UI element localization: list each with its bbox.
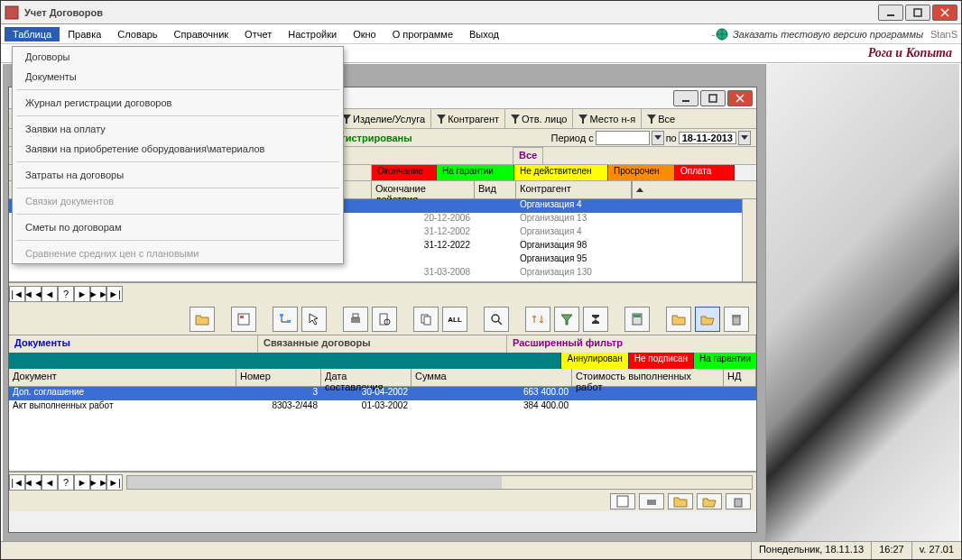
col-date[interactable]: Дата составления bbox=[321, 369, 412, 386]
tab-documents[interactable]: Документы bbox=[9, 335, 258, 353]
dd-zatraty[interactable]: Затраты на договоры bbox=[13, 165, 343, 185]
filter-kontragent[interactable]: Контрагент bbox=[430, 109, 504, 128]
col-document[interactable]: Документ bbox=[9, 369, 236, 386]
menu-exit[interactable]: Выход bbox=[461, 27, 507, 41]
inner-maximize-button[interactable] bbox=[700, 90, 726, 106]
dd-zayavki-priobr[interactable]: Заявки на приобретение оборудования\мате… bbox=[13, 139, 343, 159]
tool-calc[interactable] bbox=[624, 307, 650, 332]
menu-about[interactable]: О программе bbox=[384, 27, 461, 41]
nav-prevpage[interactable]: ◄◄ bbox=[25, 286, 42, 302]
dd-sravnenie: Сравнение средних цен с плановыми bbox=[13, 243, 343, 263]
tool-preview[interactable] bbox=[372, 307, 397, 332]
status-oplata[interactable]: Оплата bbox=[675, 165, 735, 180]
col-okonchanie[interactable]: Окончание действия bbox=[372, 181, 475, 198]
tool-select[interactable] bbox=[301, 307, 327, 332]
col-kontragent[interactable]: Контрагент bbox=[516, 181, 632, 198]
nav-last[interactable]: ►| bbox=[106, 286, 123, 302]
inner-close-button[interactable] bbox=[727, 90, 753, 106]
tool-sum[interactable] bbox=[583, 307, 608, 332]
tool-print[interactable] bbox=[343, 307, 368, 332]
lower-grid[interactable]: Доп. соглашение 3 30-04-2002 663 400.00 … bbox=[9, 387, 756, 472]
filter-otvlitso[interactable]: Отв. лицо bbox=[504, 109, 572, 128]
tool-newfolder[interactable] bbox=[666, 307, 691, 332]
nav-nextpage[interactable]: ►► bbox=[90, 286, 106, 302]
menu-okno[interactable]: Окно bbox=[345, 27, 384, 41]
svg-rect-7 bbox=[709, 95, 717, 102]
lowtool-2[interactable] bbox=[639, 493, 664, 510]
inner-minimize-button[interactable] bbox=[673, 90, 698, 106]
col-nd[interactable]: НД bbox=[724, 369, 756, 386]
funnel-icon bbox=[437, 115, 446, 124]
nav-pos[interactable]: ? bbox=[58, 286, 74, 302]
period-from-dropdown[interactable] bbox=[652, 131, 664, 145]
lowtool-5[interactable] bbox=[726, 493, 751, 510]
status-prosrochen[interactable]: Просрочен bbox=[608, 165, 675, 180]
tool-all[interactable]: ALL bbox=[442, 307, 467, 332]
menu-pravka[interactable]: Правка bbox=[60, 27, 109, 41]
dd-dokumenty[interactable]: Документы bbox=[13, 67, 343, 87]
period-to-dropdown[interactable] bbox=[738, 131, 751, 145]
period-to-value[interactable]: 18-11-2013 bbox=[679, 132, 736, 144]
svg-line-21 bbox=[498, 321, 502, 325]
table-row: 31-03-2008Организация 130 bbox=[9, 267, 756, 280]
tab-linked[interactable]: Связанные договоры bbox=[258, 335, 507, 353]
menu-nastroiki[interactable]: Настройки bbox=[280, 27, 345, 41]
tab-vse[interactable]: Все bbox=[513, 147, 543, 164]
chip-unsigned[interactable]: Не подписан bbox=[628, 353, 693, 369]
tool-search[interactable] bbox=[484, 307, 509, 332]
menu-tablica[interactable]: Таблица bbox=[5, 27, 60, 41]
lowtool-4[interactable] bbox=[697, 493, 722, 510]
minimize-button[interactable] bbox=[878, 5, 903, 21]
page-search-icon bbox=[377, 312, 392, 326]
vertical-scrollbar[interactable] bbox=[742, 199, 756, 281]
close-button[interactable] bbox=[932, 5, 957, 21]
dd-zhurnal[interactable]: Журнал регистрации договоров bbox=[13, 93, 343, 113]
tool-tree[interactable] bbox=[273, 307, 298, 332]
funnel-icon bbox=[511, 115, 520, 124]
filter-mesto[interactable]: Место н-я bbox=[572, 109, 641, 128]
lowtool-3[interactable] bbox=[668, 493, 693, 510]
tab-ext-filter[interactable]: Расширенный фильтр bbox=[507, 335, 756, 353]
col-vid[interactable]: Вид bbox=[475, 181, 516, 198]
trash-icon bbox=[729, 312, 744, 326]
menu-spravochnik[interactable]: Справочник bbox=[166, 27, 237, 41]
nav2-prevpage[interactable]: ◄◄ bbox=[25, 474, 42, 491]
col-sum[interactable]: Сумма bbox=[412, 369, 572, 386]
horizontal-scrollbar[interactable] bbox=[126, 475, 753, 490]
chip-annul[interactable]: Аннулирован bbox=[560, 353, 627, 369]
nav2-last[interactable]: ►| bbox=[106, 474, 123, 491]
col-number[interactable]: Номер bbox=[236, 369, 321, 386]
filter-izdelie[interactable]: Изделие/Услуга bbox=[336, 109, 430, 128]
menu-slovar[interactable]: Словарь bbox=[109, 27, 165, 41]
tool-copy[interactable] bbox=[413, 307, 439, 332]
period-from-input[interactable] bbox=[596, 131, 650, 145]
tool-openfolder[interactable] bbox=[695, 307, 720, 332]
tool-card[interactable] bbox=[231, 307, 256, 332]
lowtool-1[interactable] bbox=[610, 493, 635, 510]
order-trial-link[interactable]: Заказать тестовую версию программы bbox=[715, 27, 923, 41]
status-okonchanie[interactable]: Окончание bbox=[372, 165, 437, 180]
status-time: 16:27 bbox=[871, 542, 911, 559]
card-icon bbox=[236, 312, 251, 326]
nav2-pos[interactable]: ? bbox=[58, 474, 74, 491]
nav2-prev[interactable]: ◄ bbox=[42, 474, 58, 491]
tool-sort[interactable] bbox=[525, 307, 550, 332]
scroll-up-button[interactable] bbox=[632, 181, 646, 198]
dd-smety[interactable]: Сметы по договорам bbox=[13, 217, 343, 237]
nav-prev[interactable]: ◄ bbox=[42, 286, 58, 302]
filter-vse[interactable]: Все bbox=[641, 109, 680, 128]
status-nedeistv[interactable]: Не действителен bbox=[514, 165, 608, 180]
dd-zayavki-oplata[interactable]: Заявки на оплату bbox=[13, 119, 343, 139]
tool-filter[interactable] bbox=[554, 307, 579, 332]
chip-warranty[interactable]: На гарантии bbox=[693, 353, 756, 369]
tool-open[interactable] bbox=[190, 307, 215, 332]
status-nagarantii[interactable]: На гарантии bbox=[437, 165, 514, 180]
folder-open-icon bbox=[700, 312, 715, 326]
maximize-button[interactable] bbox=[905, 5, 930, 21]
col-cost[interactable]: Стоимость выполненных работ bbox=[572, 369, 724, 386]
menu-otchet[interactable]: Отчет bbox=[236, 27, 280, 41]
svg-rect-14 bbox=[351, 317, 360, 323]
tool-delete[interactable] bbox=[724, 307, 749, 332]
nav2-nextpage[interactable]: ►► bbox=[90, 474, 106, 491]
dd-dogovory[interactable]: Договоры bbox=[13, 47, 343, 67]
